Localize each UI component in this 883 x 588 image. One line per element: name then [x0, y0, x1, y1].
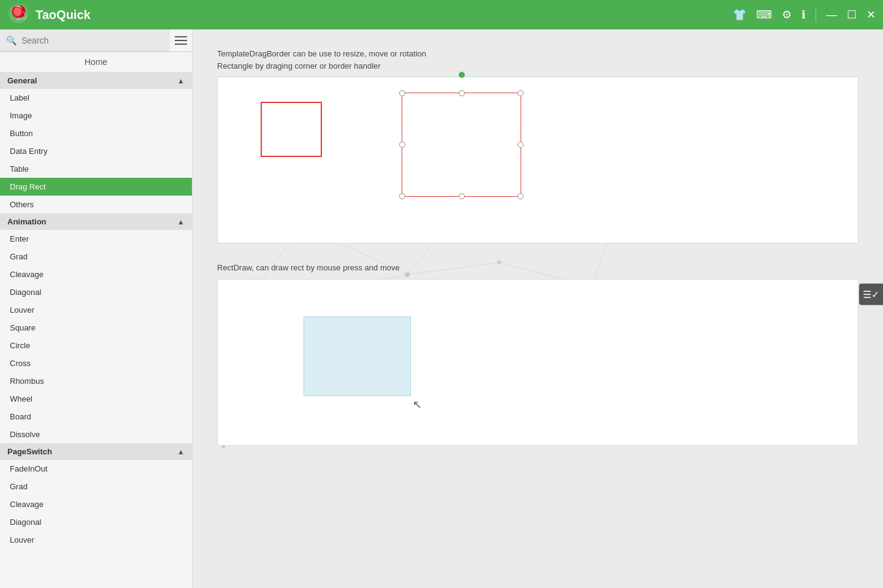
sidebar-item-board[interactable]: Board: [0, 408, 192, 426]
section-general-label: General: [7, 76, 37, 85]
shirt-icon[interactable]: 👕: [733, 8, 746, 21]
sidebar-item-grad-ps[interactable]: Grad: [0, 478, 192, 495]
demo-section-2: RectDraw, can draw rect by mouse press a…: [217, 262, 858, 446]
sidebar-item-circle[interactable]: Circle: [0, 337, 192, 354]
titlebar-divider: [816, 7, 816, 22]
hamburger-button[interactable]: [170, 29, 192, 52]
keyboard-icon[interactable]: ⌨: [756, 8, 772, 21]
sidebar-item-diagonal[interactable]: Diagonal: [0, 283, 192, 301]
sidebar-item-louver[interactable]: Louver: [0, 301, 192, 319]
chevron-up-icon-3: ▲: [177, 448, 185, 456]
section-pageswitch[interactable]: PageSwitch ▲: [0, 443, 192, 460]
handle-bl[interactable]: [399, 193, 405, 199]
app-title: TaoQuick: [36, 8, 733, 22]
chevron-up-icon-2: ▲: [177, 218, 185, 226]
large-rect[interactable]: [402, 93, 521, 197]
sidebar-item-square[interactable]: Square: [0, 319, 192, 337]
handle-mr[interactable]: [518, 142, 524, 148]
sidebar-item-enter[interactable]: Enter: [0, 230, 192, 248]
search-bar: 🔍: [0, 29, 170, 52]
demo-box-1[interactable]: [217, 77, 858, 243]
handle-tr[interactable]: [518, 90, 524, 96]
sidebar-item-drag-rect[interactable]: Drag Rect: [0, 178, 192, 196]
drawn-rect: [304, 316, 411, 396]
settings-icon[interactable]: ⚙: [782, 8, 792, 21]
section-animation[interactable]: Animation ▲: [0, 213, 192, 230]
sidebar: 🔍 Home General ▲ Label Image Button Data…: [0, 29, 193, 588]
sidebar-item-others[interactable]: Others: [0, 196, 192, 213]
demo1-label: TemplateDragBorder can be use to resize,…: [217, 48, 858, 72]
sidebar-item-cleavage-ps[interactable]: Cleavage: [0, 495, 192, 513]
list-icon: ☰✓: [863, 289, 879, 299]
demo-section-1: TemplateDragBorder can be use to resize,…: [217, 48, 858, 243]
info-icon[interactable]: ℹ: [801, 8, 806, 21]
handle-tm[interactable]: [459, 90, 465, 96]
hamburger-line-2: [175, 40, 187, 41]
titlebar-icon-group: 👕 ⌨ ⚙ ℹ — ☐ ✕: [733, 7, 876, 22]
search-row: 🔍: [0, 29, 192, 52]
demo1-line1: TemplateDragBorder can be use to resize,…: [217, 48, 858, 60]
app-logo: 🪀: [7, 2, 29, 27]
hamburger-line-3: [175, 44, 187, 45]
section-general[interactable]: General ▲: [0, 72, 192, 89]
section-animation-label: Animation: [7, 217, 47, 226]
handle-ml[interactable]: [399, 142, 405, 148]
minimize-button[interactable]: —: [826, 9, 837, 21]
sidebar-item-fadeinout[interactable]: FadeInOut: [0, 460, 192, 478]
sidebar-item-diagonal-ps[interactable]: Diagonal: [0, 513, 192, 531]
demo1-line2: Rectangle by draging corner or border ha…: [217, 60, 858, 72]
sidebar-item-cross[interactable]: Cross: [0, 354, 192, 372]
demo2-label: RectDraw, can draw rect by mouse press a…: [217, 262, 858, 274]
sidebar-item-cleavage[interactable]: Cleavage: [0, 265, 192, 283]
titlebar: 🪀 TaoQuick 👕 ⌨ ⚙ ℹ — ☐ ✕: [0, 0, 883, 29]
hamburger-line-1: [175, 36, 187, 37]
search-icon: 🔍: [6, 36, 17, 45]
handle-tl[interactable]: [399, 90, 405, 96]
maximize-button[interactable]: ☐: [847, 8, 857, 21]
sidebar-item-button[interactable]: Button: [0, 124, 192, 142]
handle-bm[interactable]: [459, 193, 465, 199]
sidebar-item-label[interactable]: Label: [0, 89, 192, 107]
home-link[interactable]: Home: [0, 52, 192, 72]
sidebar-item-louver-ps[interactable]: Louver: [0, 531, 192, 549]
right-panel-button[interactable]: ☰✓: [859, 283, 883, 305]
sidebar-item-data-entry[interactable]: Data Entry: [0, 142, 192, 160]
sidebar-item-rhombus[interactable]: Rhombus: [0, 372, 192, 390]
handle-br[interactable]: [518, 193, 524, 199]
sidebar-item-wheel[interactable]: Wheel: [0, 390, 192, 408]
content-area: TemplateDragBorder can be use to resize,…: [193, 29, 883, 588]
cursor-indicator: ↖: [413, 398, 422, 411]
search-input[interactable]: [21, 36, 164, 45]
sidebar-item-image[interactable]: Image: [0, 107, 192, 124]
demo-box-2[interactable]: ↖: [217, 279, 858, 446]
svg-text:🪀: 🪀: [10, 4, 28, 21]
handle-rotate[interactable]: [459, 72, 465, 78]
sidebar-item-grad[interactable]: Grad: [0, 248, 192, 265]
close-button[interactable]: ✕: [866, 8, 876, 21]
main-layout: 🔍 Home General ▲ Label Image Button Data…: [0, 29, 883, 588]
sidebar-item-table[interactable]: Table: [0, 160, 192, 178]
small-rect[interactable]: [261, 102, 322, 157]
sidebar-item-dissolve[interactable]: Dissolve: [0, 426, 192, 443]
section-pageswitch-label: PageSwitch: [7, 447, 52, 456]
chevron-up-icon: ▲: [177, 77, 185, 85]
